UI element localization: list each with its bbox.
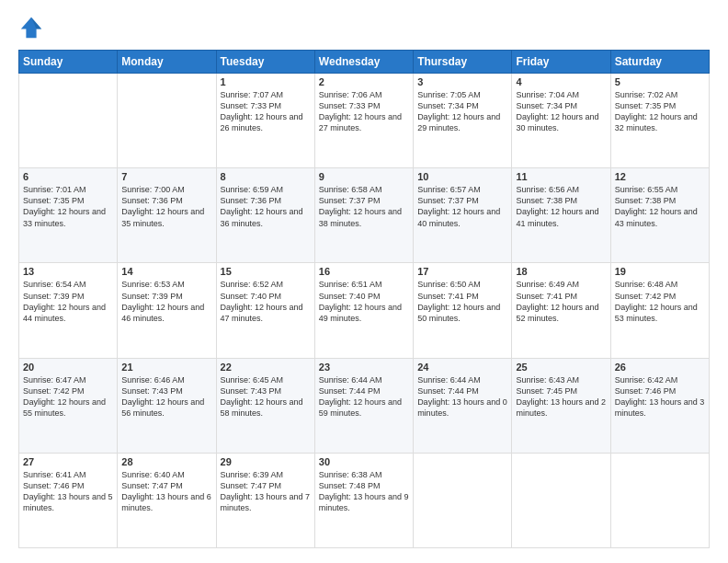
day-number: 20 [23,362,113,373]
calendar-cell [512,453,610,547]
day-info: Sunrise: 6:56 AM Sunset: 7:38 PM Dayligh… [516,184,606,229]
day-number: 26 [615,362,705,373]
calendar-cell: 3Sunrise: 7:05 AM Sunset: 7:34 PM Daylig… [414,74,512,168]
day-number: 17 [417,266,507,277]
week-row-4: 20Sunrise: 6:47 AM Sunset: 7:42 PM Dayli… [19,358,710,453]
day-number: 29 [221,456,311,467]
day-info: Sunrise: 6:43 AM Sunset: 7:45 PM Dayligh… [516,374,606,419]
calendar-cell: 2Sunrise: 7:06 AM Sunset: 7:33 PM Daylig… [314,74,413,168]
header [18,15,710,40]
calendar-cell: 1Sunrise: 7:07 AM Sunset: 7:33 PM Daylig… [216,74,314,168]
day-number: 12 [615,171,705,182]
calendar-cell: 19Sunrise: 6:48 AM Sunset: 7:42 PM Dayli… [610,263,709,358]
day-number: 4 [516,76,606,87]
calendar-cell: 28Sunrise: 6:40 AM Sunset: 7:47 PM Dayli… [118,453,216,547]
day-number: 24 [417,362,507,373]
day-info: Sunrise: 7:00 AM Sunset: 7:36 PM Dayligh… [121,184,211,229]
logo-icon [18,15,44,40]
calendar-cell: 6Sunrise: 7:01 AM Sunset: 7:35 PM Daylig… [19,168,118,263]
weekday-header-saturday: Saturday [610,51,709,74]
day-info: Sunrise: 6:52 AM Sunset: 7:40 PM Dayligh… [221,279,311,324]
day-info: Sunrise: 7:01 AM Sunset: 7:35 PM Dayligh… [23,184,113,229]
calendar-cell: 25Sunrise: 6:43 AM Sunset: 7:45 PM Dayli… [512,358,610,453]
calendar-cell: 26Sunrise: 6:42 AM Sunset: 7:46 PM Dayli… [610,358,709,453]
calendar-cell: 14Sunrise: 6:53 AM Sunset: 7:39 PM Dayli… [118,263,216,358]
day-number: 10 [417,171,507,182]
calendar-cell: 24Sunrise: 6:44 AM Sunset: 7:44 PM Dayli… [414,358,512,453]
calendar-cell: 10Sunrise: 6:57 AM Sunset: 7:37 PM Dayli… [414,168,512,263]
day-info: Sunrise: 6:47 AM Sunset: 7:42 PM Dayligh… [23,374,113,419]
calendar-cell: 13Sunrise: 6:54 AM Sunset: 7:39 PM Dayli… [19,263,118,358]
day-number: 7 [121,171,211,182]
weekday-header-monday: Monday [118,51,216,74]
day-info: Sunrise: 6:38 AM Sunset: 7:48 PM Dayligh… [319,469,409,514]
weekday-header-sunday: Sunday [19,51,118,74]
day-number: 9 [319,171,409,182]
weekday-header-tuesday: Tuesday [216,51,314,74]
day-info: Sunrise: 6:45 AM Sunset: 7:43 PM Dayligh… [221,374,311,419]
day-info: Sunrise: 6:58 AM Sunset: 7:37 PM Dayligh… [319,184,409,229]
calendar-cell [19,74,118,168]
weekday-header-thursday: Thursday [414,51,512,74]
day-number: 27 [23,456,113,467]
day-number: 1 [221,76,311,87]
day-info: Sunrise: 7:07 AM Sunset: 7:33 PM Dayligh… [221,89,311,134]
day-info: Sunrise: 6:49 AM Sunset: 7:41 PM Dayligh… [516,279,606,324]
day-info: Sunrise: 6:40 AM Sunset: 7:47 PM Dayligh… [121,469,211,514]
day-number: 23 [319,362,409,373]
day-number: 14 [121,266,211,277]
day-info: Sunrise: 6:44 AM Sunset: 7:44 PM Dayligh… [319,374,409,419]
day-number: 13 [23,266,113,277]
weekday-header-friday: Friday [512,51,610,74]
calendar-cell [414,453,512,547]
day-info: Sunrise: 6:57 AM Sunset: 7:37 PM Dayligh… [417,184,507,229]
day-number: 19 [615,266,705,277]
day-number: 2 [319,76,409,87]
day-number: 30 [319,456,409,467]
week-row-1: 1Sunrise: 7:07 AM Sunset: 7:33 PM Daylig… [19,74,710,168]
day-info: Sunrise: 6:39 AM Sunset: 7:47 PM Dayligh… [221,469,311,514]
calendar-cell [118,74,216,168]
day-info: Sunrise: 6:54 AM Sunset: 7:39 PM Dayligh… [23,279,113,324]
day-info: Sunrise: 6:44 AM Sunset: 7:44 PM Dayligh… [417,374,507,419]
day-info: Sunrise: 6:46 AM Sunset: 7:43 PM Dayligh… [121,374,211,419]
day-info: Sunrise: 6:51 AM Sunset: 7:40 PM Dayligh… [319,279,409,324]
calendar-cell: 18Sunrise: 6:49 AM Sunset: 7:41 PM Dayli… [512,263,610,358]
day-info: Sunrise: 6:41 AM Sunset: 7:46 PM Dayligh… [23,469,113,514]
calendar-cell: 20Sunrise: 6:47 AM Sunset: 7:42 PM Dayli… [19,358,118,453]
day-info: Sunrise: 6:53 AM Sunset: 7:39 PM Dayligh… [121,279,211,324]
calendar-cell: 11Sunrise: 6:56 AM Sunset: 7:38 PM Dayli… [512,168,610,263]
calendar-cell: 15Sunrise: 6:52 AM Sunset: 7:40 PM Dayli… [216,263,314,358]
calendar-cell: 12Sunrise: 6:55 AM Sunset: 7:38 PM Dayli… [610,168,709,263]
weekday-header-wednesday: Wednesday [314,51,413,74]
calendar-cell: 30Sunrise: 6:38 AM Sunset: 7:48 PM Dayli… [314,453,413,547]
day-number: 3 [417,76,507,87]
day-number: 11 [516,171,606,182]
day-number: 8 [221,171,311,182]
day-number: 5 [615,76,705,87]
calendar-table: SundayMondayTuesdayWednesdayThursdayFrid… [18,50,710,548]
day-number: 15 [221,266,311,277]
day-info: Sunrise: 6:59 AM Sunset: 7:36 PM Dayligh… [221,184,311,229]
calendar-cell: 4Sunrise: 7:04 AM Sunset: 7:34 PM Daylig… [512,74,610,168]
day-info: Sunrise: 6:55 AM Sunset: 7:38 PM Dayligh… [615,184,705,229]
day-number: 6 [23,171,113,182]
calendar-cell: 21Sunrise: 6:46 AM Sunset: 7:43 PM Dayli… [118,358,216,453]
week-row-5: 27Sunrise: 6:41 AM Sunset: 7:46 PM Dayli… [19,453,710,547]
calendar-cell: 29Sunrise: 6:39 AM Sunset: 7:47 PM Dayli… [216,453,314,547]
day-info: Sunrise: 7:06 AM Sunset: 7:33 PM Dayligh… [319,89,409,134]
calendar-cell: 16Sunrise: 6:51 AM Sunset: 7:40 PM Dayli… [314,263,413,358]
calendar-cell: 17Sunrise: 6:50 AM Sunset: 7:41 PM Dayli… [414,263,512,358]
weekday-header-row: SundayMondayTuesdayWednesdayThursdayFrid… [19,51,710,74]
day-info: Sunrise: 7:02 AM Sunset: 7:35 PM Dayligh… [615,89,705,134]
day-info: Sunrise: 7:05 AM Sunset: 7:34 PM Dayligh… [417,89,507,134]
calendar-cell: 22Sunrise: 6:45 AM Sunset: 7:43 PM Dayli… [216,358,314,453]
day-info: Sunrise: 7:04 AM Sunset: 7:34 PM Dayligh… [516,89,606,134]
page: SundayMondayTuesdayWednesdayThursdayFrid… [0,0,728,563]
calendar-cell: 7Sunrise: 7:00 AM Sunset: 7:36 PM Daylig… [118,168,216,263]
calendar-cell: 27Sunrise: 6:41 AM Sunset: 7:46 PM Dayli… [19,453,118,547]
day-number: 21 [121,362,211,373]
calendar-cell: 5Sunrise: 7:02 AM Sunset: 7:35 PM Daylig… [610,74,709,168]
day-number: 28 [121,456,211,467]
logo [18,15,48,40]
